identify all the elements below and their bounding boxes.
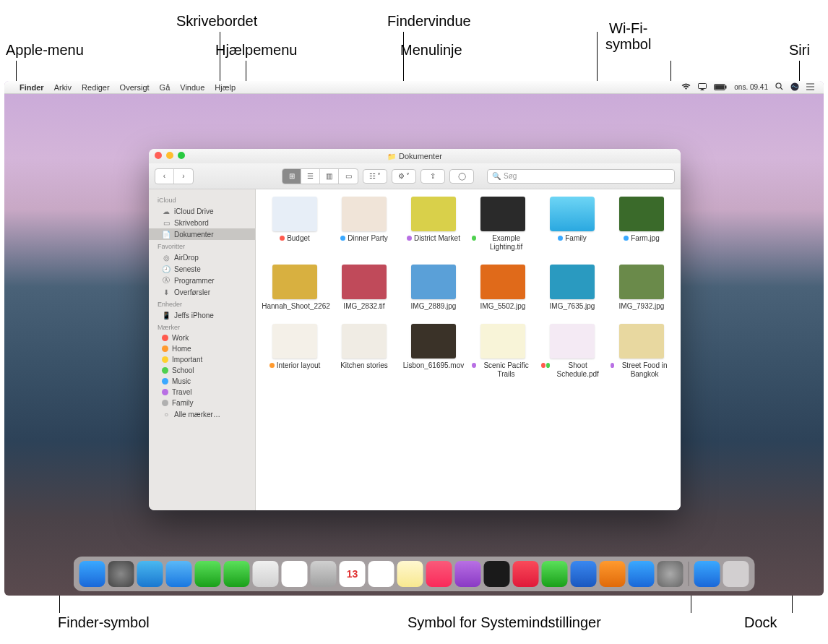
column-view-button[interactable]: ▥ bbox=[320, 169, 339, 184]
file-item[interactable]: Family bbox=[539, 197, 605, 252]
file-item[interactable]: IMG_2832.tif bbox=[331, 265, 397, 311]
sidebar-iphone[interactable]: 📱Jeffs iPhone bbox=[149, 309, 255, 321]
menu-oversigt[interactable]: Oversigt bbox=[115, 83, 155, 92]
sidebar-tag-important[interactable]: Important bbox=[149, 354, 255, 365]
sidebar-dokumenter[interactable]: 📄Dokumenter bbox=[149, 228, 255, 240]
file-item[interactable]: IMG_7932.jpg bbox=[608, 265, 675, 311]
file-item[interactable]: District Market bbox=[400, 197, 467, 252]
dock-keynote-icon[interactable] bbox=[571, 561, 597, 587]
minimize-button[interactable] bbox=[166, 152, 173, 159]
list-view-button[interactable]: ☰ bbox=[301, 169, 320, 184]
sidebar-tag-work[interactable]: Work bbox=[149, 332, 255, 343]
dock-finder-icon[interactable] bbox=[79, 561, 105, 587]
dock-pages-icon[interactable] bbox=[600, 561, 626, 587]
file-item[interactable]: Hannah_Shoot_2262 bbox=[262, 265, 328, 311]
dock-tv-icon[interactable] bbox=[484, 561, 510, 587]
dock-reminders-icon[interactable] bbox=[368, 561, 394, 587]
finder-window[interactable]: 📁 Dokumenter ‹ › ⊞ ☰ ▥ ▭ ☷ ˅ ⚙ ˅ ⇪ ◯ 🔍 S… bbox=[149, 149, 681, 510]
file-item[interactable]: Farm.jpg bbox=[608, 197, 675, 252]
dock-calendar-icon[interactable]: 13 bbox=[340, 561, 366, 587]
file-item[interactable]: Shoot Schedule.pdf bbox=[539, 324, 605, 379]
share-button[interactable]: ⇪ bbox=[421, 169, 445, 184]
zoom-button[interactable] bbox=[178, 152, 185, 159]
gallery-view-button[interactable]: ▭ bbox=[339, 169, 358, 184]
menu-rediger[interactable]: Rediger bbox=[77, 83, 115, 92]
siri-icon[interactable] bbox=[787, 82, 803, 93]
sidebar-seneste[interactable]: 🕘Seneste bbox=[149, 263, 255, 275]
file-item[interactable]: Kitchen stories bbox=[331, 324, 397, 379]
sidebar-tag-family[interactable]: Family bbox=[149, 398, 255, 408]
sidebar-overforsler[interactable]: ⬇Overførsler bbox=[149, 286, 255, 298]
file-thumbnail bbox=[480, 197, 525, 231]
dock-notes-icon[interactable] bbox=[397, 561, 423, 587]
dock-downloads-icon[interactable] bbox=[694, 561, 720, 587]
dock-appstore-icon[interactable] bbox=[629, 561, 655, 587]
sb-heading-dev: Enheder bbox=[149, 298, 255, 309]
back-button[interactable]: ‹ bbox=[155, 169, 174, 184]
menu-hjaelp[interactable]: Hjælp bbox=[210, 83, 241, 92]
tags-button[interactable]: ◯ bbox=[449, 169, 474, 184]
file-item[interactable]: IMG_7635.jpg bbox=[539, 265, 605, 311]
dock-contacts-icon[interactable] bbox=[311, 561, 337, 587]
spotlight-icon[interactable] bbox=[772, 82, 787, 92]
file-item[interactable]: Street Food in Bangkok bbox=[608, 324, 675, 379]
sidebar-icloud-drive[interactable]: ☁iCloud Drive bbox=[149, 205, 255, 217]
sidebar-tag-school[interactable]: School bbox=[149, 365, 255, 376]
file-content-area[interactable]: BudgetDinner PartyDistrict MarketExample… bbox=[256, 189, 681, 510]
menu-arkiv[interactable]: Arkiv bbox=[49, 83, 77, 92]
airplay-icon[interactable] bbox=[694, 83, 710, 92]
dock-launchpad-icon[interactable] bbox=[108, 561, 134, 587]
file-item[interactable]: IMG_5502.jpg bbox=[470, 265, 536, 311]
search-icon: 🔍 bbox=[492, 172, 501, 180]
close-button[interactable] bbox=[155, 152, 162, 159]
dock-systemprefs-icon[interactable] bbox=[657, 561, 683, 587]
dock-podcasts-icon[interactable] bbox=[455, 561, 481, 587]
clock[interactable]: ons. 09.41 bbox=[730, 83, 772, 91]
downloads-icon: ⬇ bbox=[162, 288, 171, 296]
menu-finder[interactable]: Finder bbox=[14, 83, 49, 92]
dock-maps-icon[interactable] bbox=[253, 561, 279, 587]
dock-photos-icon[interactable] bbox=[282, 561, 308, 587]
forward-button[interactable]: › bbox=[174, 169, 193, 184]
menu-vindue[interactable]: Vindue bbox=[175, 83, 210, 92]
desktop[interactable]: Finder Arkiv Rediger Oversigt Gå Vindue … bbox=[4, 81, 824, 596]
file-item[interactable]: Budget bbox=[262, 197, 328, 252]
dock-mail-icon[interactable] bbox=[166, 561, 192, 587]
icon-view-button[interactable]: ⊞ bbox=[283, 169, 301, 184]
action-button[interactable]: ⚙ ˅ bbox=[392, 169, 416, 184]
file-item[interactable]: Interior layout bbox=[262, 324, 328, 379]
sidebar-tag-travel[interactable]: Travel bbox=[149, 387, 255, 398]
arrange-button[interactable]: ☷ ˅ bbox=[363, 169, 387, 184]
sidebar-skrivebord[interactable]: ▭Skrivebord bbox=[149, 217, 255, 228]
file-item[interactable]: Dinner Party bbox=[331, 197, 397, 252]
search-field[interactable]: 🔍 Søg bbox=[487, 169, 675, 184]
notification-center-icon[interactable] bbox=[803, 83, 818, 92]
file-item[interactable]: Lisbon_61695.mov bbox=[400, 324, 467, 379]
tag-dot-icon bbox=[546, 363, 551, 368]
dock-safari-icon[interactable] bbox=[137, 561, 163, 587]
battery-icon[interactable] bbox=[710, 83, 730, 92]
sidebar-tag-home[interactable]: Home bbox=[149, 343, 255, 354]
sidebar-tag-music[interactable]: Music bbox=[149, 376, 255, 387]
file-label: Kitchen stories bbox=[340, 361, 388, 370]
dock-messages-icon[interactable] bbox=[224, 561, 250, 587]
dock-trash-icon[interactable] bbox=[723, 561, 749, 587]
dock-facetime-icon[interactable] bbox=[195, 561, 221, 587]
titlebar[interactable]: 📁 Dokumenter bbox=[149, 149, 681, 163]
wifi-icon[interactable] bbox=[678, 83, 694, 92]
file-label: Shoot Schedule.pdf bbox=[541, 361, 603, 379]
file-item[interactable]: Example Lighting.tif bbox=[470, 197, 536, 252]
dock-numbers-icon[interactable] bbox=[542, 561, 568, 587]
dock-news-icon[interactable] bbox=[513, 561, 539, 587]
sidebar-programmer[interactable]: ⒶProgrammer bbox=[149, 275, 255, 286]
sidebar-airdrop[interactable]: ◎AirDrop bbox=[149, 252, 255, 263]
callout-apple-menu: Apple-menu bbox=[6, 42, 84, 59]
apps-icon: Ⓐ bbox=[162, 276, 171, 285]
file-item[interactable]: IMG_2889.jpg bbox=[400, 265, 467, 311]
file-item[interactable]: Scenic Pacific Trails bbox=[470, 324, 536, 379]
tag-dot-icon bbox=[611, 363, 614, 368]
menu-ga[interactable]: Gå bbox=[155, 83, 176, 92]
dock-music-icon[interactable] bbox=[426, 561, 452, 587]
dock-separator bbox=[689, 562, 689, 586]
sidebar-all-tags[interactable]: ○Alle mærker… bbox=[149, 408, 255, 420]
